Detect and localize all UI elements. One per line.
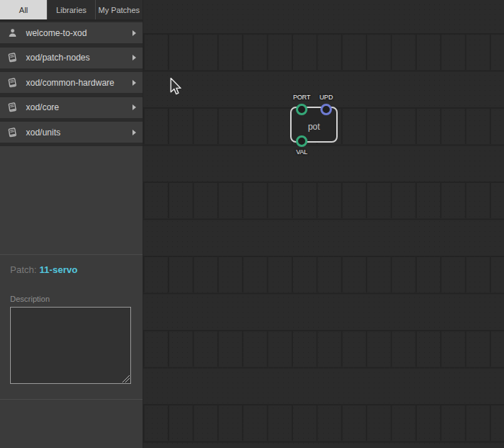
- pin-label-val: VAL: [296, 148, 307, 156]
- sidebar-item-label: xod/common-hardware: [26, 78, 132, 88]
- pin-port[interactable]: [296, 104, 307, 115]
- user-icon: [7, 28, 17, 38]
- node-label: pot: [292, 122, 336, 132]
- chevron-right-icon: [132, 30, 136, 36]
- chevron-right-icon: [132, 130, 136, 135]
- tab-all[interactable]: All: [0, 0, 48, 19]
- sidebar-bottom-area: [0, 400, 143, 448]
- book-icon: [7, 78, 17, 88]
- sidebar-item-xod-patch-nodes[interactable]: xod/patch-nodes: [0, 48, 143, 68]
- patch-label: Patch:: [10, 264, 37, 275]
- sidebar-item-label: xod/patch-nodes: [26, 53, 132, 63]
- book-icon: [7, 102, 17, 112]
- sidebar-item-xod-common-hardware[interactable]: xod/common-hardware: [0, 72, 143, 93]
- patch-canvas[interactable]: PORT UPD VAL pot: [143, 0, 504, 448]
- pin-val[interactable]: [296, 135, 307, 147]
- sidebar-item-label: welcome-to-xod: [26, 28, 132, 38]
- pin-label-port: PORT: [293, 94, 310, 101]
- chevron-right-icon: [132, 55, 136, 61]
- sidebar-item-label: xod/core: [26, 102, 132, 112]
- patch-info-panel: Patch:11-servo Description: [0, 255, 143, 399]
- description-textarea[interactable]: [10, 307, 131, 384]
- pin-label-upd: UPD: [320, 94, 333, 101]
- sidebar-item-xod-units[interactable]: xod/units: [0, 122, 143, 143]
- chevron-right-icon: [132, 104, 136, 110]
- description-label: Description: [10, 295, 132, 303]
- patch-name-link[interactable]: 11-servo: [40, 264, 78, 275]
- book-icon: [7, 127, 17, 138]
- tab-my-patches[interactable]: My Patches: [96, 0, 143, 19]
- library-list: welcome-to-xod xod/patch-nodes: [0, 21, 143, 146]
- sidebar-item-welcome-to-xod[interactable]: welcome-to-xod: [0, 22, 143, 43]
- tab-libraries[interactable]: Libraries: [48, 0, 95, 19]
- pin-upd[interactable]: [320, 104, 332, 115]
- project-browser-sidebar: All Libraries My Patches welcome-to-xod: [0, 0, 143, 448]
- sidebar-item-label: xod/units: [26, 127, 132, 138]
- browser-tabbar: All Libraries My Patches: [0, 0, 143, 21]
- sidebar-item-xod-core[interactable]: xod/core: [0, 97, 143, 118]
- chevron-right-icon: [132, 80, 136, 86]
- library-list-empty-area: [0, 146, 143, 254]
- book-icon: [7, 53, 17, 63]
